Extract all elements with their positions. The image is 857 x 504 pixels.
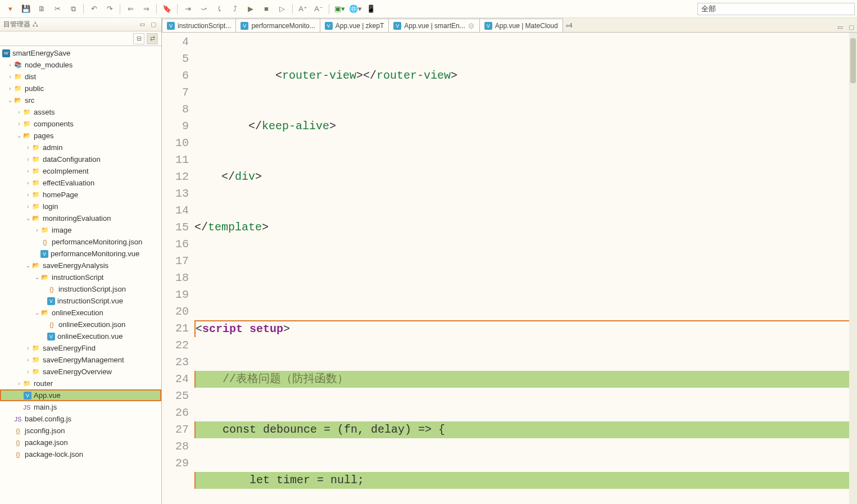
arrow-icon[interactable]: › [25, 345, 31, 351]
tree-perf-mon-vue[interactable]: VperformanceMonitoring.vue [0, 248, 161, 260]
tree-online-exec-json[interactable]: {}onlineExecution.json [0, 319, 161, 330]
arrow-icon[interactable]: › [7, 85, 13, 92]
tree-save-energy-analysis[interactable]: ⌄📂saveEnergyAnalysis [0, 260, 161, 271]
tree-online-exec-vue[interactable]: VonlineExecution.vue [0, 330, 161, 342]
collapse-all-icon[interactable]: ⊟ [133, 33, 144, 44]
run-icon[interactable]: ▷ [275, 2, 289, 16]
arrow-icon[interactable]: › [25, 156, 31, 162]
vue-icon: V [47, 333, 55, 340]
arrow-icon[interactable]: › [25, 369, 31, 375]
arrow-icon[interactable]: › [7, 74, 13, 80]
link-editor-icon[interactable]: ⇄ [147, 33, 158, 44]
arrow-icon[interactable]: ⌄ [16, 133, 22, 139]
arrow-icon[interactable]: ⌄ [25, 262, 31, 269]
bookmark-icon[interactable]: 🔖 [160, 2, 174, 16]
save-all-icon[interactable]: 🗎 [35, 2, 48, 16]
undo-icon[interactable]: ↶ [87, 2, 101, 16]
tree-dist[interactable]: ›📁dist [0, 71, 161, 83]
font-decrease-icon[interactable]: A⁻ [312, 2, 325, 16]
tree-instruction-script-folder[interactable]: ⌄📂instructionScript [0, 271, 161, 283]
tree-src[interactable]: ⌄📂src [0, 94, 161, 106]
tab-overflow-menu[interactable]: »4 [563, 19, 576, 32]
arrow-icon[interactable]: › [16, 121, 22, 127]
arrow-icon[interactable]: › [7, 62, 13, 68]
tree-monitoring-evaluation[interactable]: ⌄📂monitoringEvaluation [0, 212, 161, 224]
step-icon[interactable]: ⇥ [181, 2, 194, 16]
arrow-icon[interactable]: › [25, 357, 31, 363]
vertical-scrollbar[interactable] [849, 33, 857, 504]
tree-app-vue[interactable]: VApp.vue [0, 389, 161, 401]
arrow-icon[interactable]: › [34, 227, 40, 233]
arrow-icon[interactable]: › [25, 203, 31, 210]
tab-instruction-script[interactable]: VinstructionScript... [162, 19, 236, 32]
tree-save-energy-find[interactable]: ›📁saveEnergyFind [0, 342, 161, 354]
arrow-icon[interactable]: › [25, 192, 31, 198]
line-number: 18 [162, 270, 189, 287]
tab-performance-monitor[interactable]: VperformanceMonito... [235, 19, 320, 32]
project-tree[interactable]: WsmartEnergySave ›📚node_modules ›📁dist ›… [0, 46, 161, 504]
chrome-icon[interactable]: 🌐▾ [348, 2, 362, 16]
tab-app-matecloud[interactable]: VApp.vue | MateCloud [479, 19, 563, 32]
arrow-icon[interactable]: ⌄ [7, 97, 13, 103]
arrow-icon[interactable]: ⌄ [34, 274, 40, 280]
redo-icon[interactable]: ↷ [103, 2, 116, 16]
dropdown-icon[interactable]: ▾ [3, 2, 17, 16]
arrow-icon[interactable]: › [16, 109, 22, 115]
tree-admin[interactable]: ›📁admin [0, 142, 161, 153]
step-out-icon[interactable]: ⤴ [228, 2, 242, 16]
step-into-icon[interactable]: ⤹ [212, 2, 226, 16]
resume-icon[interactable]: ▶ [244, 2, 257, 16]
back-icon[interactable]: ⇐ [124, 2, 137, 16]
tree-eco-implement[interactable]: ›📁ecoImplement [0, 165, 161, 177]
copy-icon[interactable]: ⧉ [66, 2, 80, 16]
minimize-editor-icon[interactable]: ▭ [835, 22, 845, 32]
tree-node-modules[interactable]: ›📚node_modules [0, 59, 161, 71]
step-over-icon[interactable]: ⤻ [197, 2, 210, 16]
tree-data-configuration[interactable]: ›📁dataConfiguration [0, 153, 161, 165]
arrow-icon[interactable]: ⌄ [34, 310, 40, 316]
tree-public[interactable]: ›📁public [0, 83, 161, 94]
tree-save-energy-management[interactable]: ›📁saveEnergyManagement [0, 354, 161, 366]
tree-babel-config[interactable]: JSbabel.config.js [0, 413, 161, 425]
tree-save-energy-overview[interactable]: ›📁saveEnergyOverview [0, 366, 161, 378]
forward-icon[interactable]: ⇒ [139, 2, 153, 16]
tree-package-json[interactable]: {}package.json [0, 437, 161, 448]
tree-main-js[interactable]: JSmain.js [0, 401, 161, 413]
tree-package-lock[interactable]: {}package-lock.json [0, 448, 161, 460]
arrow-icon[interactable]: › [25, 144, 31, 151]
maximize-editor-icon[interactable]: ▢ [846, 22, 856, 32]
tree-pages[interactable]: ⌄📂pages [0, 130, 161, 142]
tab-app-zkept[interactable]: VApp.vue | zkepT [320, 19, 389, 32]
tree-online-execution-folder[interactable]: ⌄📂onlineExecution [0, 307, 161, 319]
tree-login[interactable]: ›📁login [0, 201, 161, 212]
close-panel-icon[interactable]: ▢ [149, 20, 158, 29]
code-editor[interactable]: 4 5 6 7 8 9 10 11 12 13 14 15 16 17 18 1… [162, 33, 857, 504]
tree-components[interactable]: ›📁components [0, 118, 161, 130]
tab-app-smartenergy[interactable]: VApp.vue | smartEn...⛒ [388, 19, 480, 32]
stop-icon[interactable]: ■ [260, 2, 273, 16]
arrow-icon[interactable]: › [25, 168, 31, 174]
minimize-panel-icon[interactable]: ▭ [138, 20, 147, 29]
tree-image[interactable]: ›📁image [0, 224, 161, 236]
scrollbar-thumb[interactable] [850, 38, 856, 83]
preview-icon[interactable]: 📱 [364, 2, 378, 16]
save-icon[interactable]: 💾 [19, 2, 33, 16]
arrow-icon[interactable]: ⌄ [25, 215, 31, 221]
arrow-icon[interactable]: › [25, 180, 31, 186]
tree-effect-evaluation[interactable]: ›📁effectEvaluation [0, 177, 161, 189]
tree-home-page[interactable]: ›📁homePage [0, 189, 161, 201]
global-search-input[interactable]: 全部 [697, 3, 855, 15]
cut-icon[interactable]: ✂ [51, 2, 64, 16]
tree-router[interactable]: ›📁router [0, 378, 161, 389]
tree-instruction-script-json[interactable]: {}instructionScript.json [0, 283, 161, 295]
tree-jsconfig[interactable]: {}jsconfig.json [0, 425, 161, 437]
code-content[interactable]: <router-view></router-view> </keep-alive… [194, 33, 857, 504]
font-increase-icon[interactable]: A⁺ [296, 2, 310, 16]
tree-perf-mon-json[interactable]: {}performanceMonitoring.json [0, 236, 161, 248]
tree-assets[interactable]: ›📁assets [0, 106, 161, 118]
tree-instruction-script-vue[interactable]: VinstructionScript.vue [0, 295, 161, 307]
tree-project-root[interactable]: WsmartEnergySave [0, 47, 161, 59]
arrow-icon[interactable]: › [16, 380, 22, 387]
browser-icon[interactable]: ▣▾ [333, 2, 346, 16]
close-tab-icon[interactable]: ⛒ [469, 22, 475, 29]
